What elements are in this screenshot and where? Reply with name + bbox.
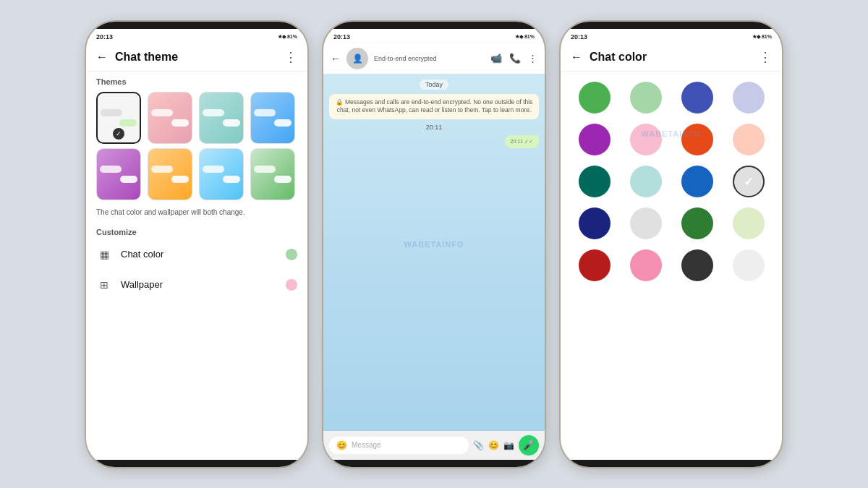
- time-separator: 20:11: [426, 124, 443, 131]
- screen-chat-view: 20:13 ★◆ 81% ← 👤 End-to-end encrypted 📹 …: [323, 29, 545, 460]
- status-icons-1: ★◆ 81%: [278, 34, 297, 40]
- emoji2-icon[interactable]: 😊: [488, 440, 499, 450]
- phone-bottom-bar-2: [323, 460, 545, 467]
- color-option-darkred[interactable]: [574, 249, 615, 281]
- color-option-lightorange[interactable]: [728, 124, 769, 155]
- theme-greenlight[interactable]: [250, 148, 295, 200]
- attach-icon[interactable]: 📎: [473, 440, 484, 450]
- info-text: The chat color and wallpaper will both c…: [86, 207, 307, 223]
- color-dot-selected: [733, 166, 765, 197]
- contact-avatar: 👤: [346, 48, 368, 69]
- color-option-darkgreen[interactable]: [676, 207, 718, 239]
- color-option-lightteal[interactable]: [625, 166, 666, 197]
- more-menu-theme[interactable]: ⋮: [284, 49, 297, 65]
- color-option-pink2[interactable]: [625, 249, 666, 281]
- time-2: 20:13: [333, 33, 350, 40]
- app-bar-color: ← Chat color ⋮: [561, 43, 782, 72]
- time-1: 20:13: [96, 33, 113, 40]
- color-dot-blue: [681, 166, 713, 197]
- color-dot-pink2: [630, 249, 662, 281]
- customize-label: Customize: [86, 223, 307, 239]
- theme-purple[interactable]: [96, 148, 141, 200]
- color-dot-lightpink: [630, 124, 662, 155]
- color-option-teal[interactable]: [574, 166, 615, 197]
- phone-bottom-bar-3: [561, 460, 782, 467]
- color-dot-lightindigo: [733, 82, 765, 114]
- mic-button[interactable]: 🎤: [519, 435, 539, 455]
- color-dot-lightlime: [733, 207, 765, 239]
- color-dot-verylightgray: [733, 249, 765, 281]
- more-icon-chat[interactable]: ⋮: [528, 53, 537, 64]
- time-3: 20:13: [571, 33, 587, 40]
- back-button-color[interactable]: ←: [571, 51, 582, 64]
- color-option-green[interactable]: [574, 82, 615, 114]
- chat-input-field[interactable]: 😊 Message: [329, 437, 469, 454]
- chat-color-icon: ▦: [96, 247, 112, 262]
- color-option-darkblue[interactable]: [574, 207, 615, 239]
- color-option-red[interactable]: [676, 124, 718, 155]
- theme-lightblue[interactable]: [199, 148, 244, 200]
- color-grid: [561, 72, 782, 291]
- phone-top-bar-3: [561, 22, 782, 29]
- theme-teal[interactable]: [199, 92, 244, 144]
- battery-icon-2: ★◆ 81%: [515, 34, 535, 40]
- status-icons-3: ★◆ 81%: [752, 34, 772, 40]
- chat-color-label: Chat color: [121, 249, 277, 260]
- camera-icon[interactable]: 📷: [503, 440, 514, 450]
- themes-grid: ✓: [86, 89, 307, 207]
- e2e-subtitle: End-to-end encrypted: [374, 55, 485, 62]
- color-dot-lightorange: [733, 124, 765, 155]
- chat-input-bar: 😊 Message 📎 😊 📷 🎤: [323, 431, 545, 460]
- color-dot-lightgray: [630, 207, 662, 239]
- voice-call-icon[interactable]: 📞: [509, 53, 521, 64]
- color-option-lightlime[interactable]: [728, 207, 769, 239]
- theme-check-white: ✓: [113, 128, 124, 140]
- status-bar-2: 20:13 ★◆ 81%: [323, 29, 545, 43]
- theme-blue[interactable]: [250, 92, 295, 144]
- theme-white[interactable]: ✓: [96, 92, 141, 144]
- screen-chat-theme: 20:13 ★◆ 81% ← Chat theme ⋮ Themes ✓: [86, 29, 307, 460]
- theme-pink[interactable]: [148, 92, 192, 144]
- screen-chat-color: 20:13 ★◆ 81% ← Chat color ⋮ WABETAINFO: [561, 29, 782, 460]
- color-option-lightpink[interactable]: [625, 124, 666, 155]
- phone-1: 20:13 ★◆ 81% ← Chat theme ⋮ Themes ✓: [85, 20, 309, 468]
- video-call-icon[interactable]: 📹: [490, 53, 502, 64]
- color-option-lightindigo[interactable]: [728, 82, 769, 114]
- color-option-verylightgray[interactable]: [728, 249, 769, 281]
- date-label: Today: [420, 80, 448, 90]
- color-dot-red: [681, 124, 713, 155]
- color-option-lightgreen[interactable]: [625, 82, 666, 114]
- color-option-indigo[interactable]: [676, 82, 718, 114]
- more-menu-color[interactable]: ⋮: [759, 49, 772, 65]
- menu-item-wallpaper[interactable]: ⊞ Wallpaper: [86, 270, 307, 300]
- color-option-selected[interactable]: [728, 166, 769, 197]
- color-option-blue[interactable]: [676, 166, 718, 197]
- status-bar-1: 20:13 ★◆ 81%: [86, 29, 307, 43]
- color-option-purple[interactable]: [574, 124, 615, 155]
- message-bubble: 20:11 ✓✓: [505, 135, 539, 148]
- menu-item-chat-color[interactable]: ▦ Chat color: [86, 239, 307, 270]
- status-bar-3: 20:13 ★◆ 81%: [561, 29, 782, 43]
- color-dot-darkgreen: [681, 207, 713, 239]
- chat-app-bar: ← 👤 End-to-end encrypted 📹 📞 ⋮: [323, 43, 545, 74]
- phone-bottom-bar-1: [86, 460, 307, 467]
- color-option-lightgray[interactable]: [625, 207, 666, 239]
- theme-orange[interactable]: [148, 148, 192, 200]
- wallpaper-label: Wallpaper: [121, 279, 277, 290]
- color-title: Chat color: [590, 51, 752, 64]
- e2e-notice: 🔒 Messages and calls are end-to-end encr…: [329, 94, 539, 120]
- message-placeholder[interactable]: Message: [352, 441, 461, 449]
- wallpaper-swatch: [286, 279, 297, 291]
- color-dot-black: [681, 249, 713, 281]
- color-dot-lightteal: [630, 166, 662, 197]
- color-dot-lightgreen: [630, 82, 662, 114]
- back-button-theme[interactable]: ←: [96, 51, 108, 64]
- chat-name-area: End-to-end encrypted: [374, 55, 485, 62]
- wallpaper-icon: ⊞: [96, 277, 112, 293]
- chat-back-button[interactable]: ←: [331, 53, 341, 64]
- phone-2: 20:13 ★◆ 81% ← 👤 End-to-end encrypted 📹 …: [322, 20, 546, 468]
- color-dot-purple: [579, 124, 610, 155]
- color-option-black[interactable]: [676, 249, 718, 281]
- emoji-icon[interactable]: 😊: [336, 440, 347, 450]
- battery-icon-1: ★◆ 81%: [278, 34, 297, 40]
